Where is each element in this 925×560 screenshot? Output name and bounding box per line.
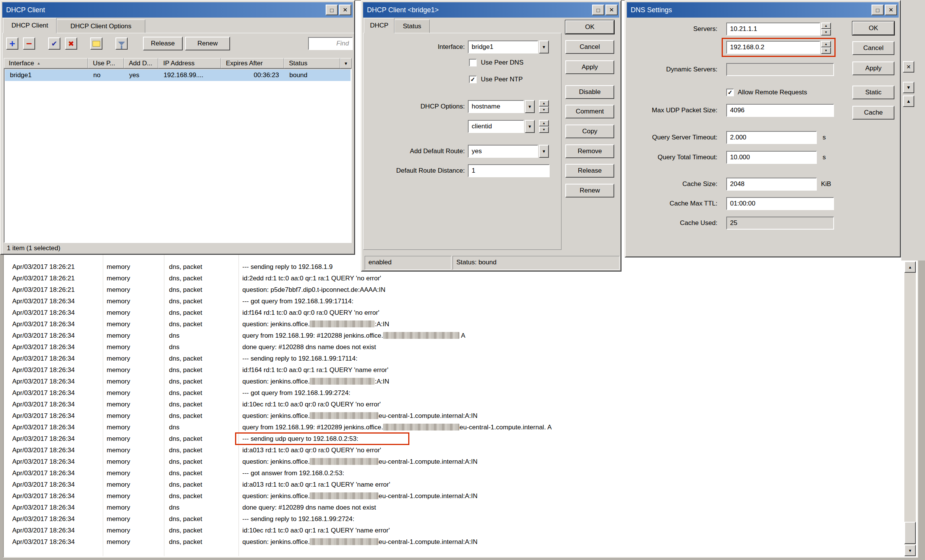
- tab-status[interactable]: Status: [394, 19, 430, 33]
- log-row[interactable]: Apr/03/2017 18:26:34memorydns, packet---…: [4, 513, 904, 525]
- column-header-expires-after[interactable]: Expires After: [221, 58, 284, 68]
- column-header-interface[interactable]: Interface ▲: [4, 58, 88, 68]
- spin-up-icon[interactable]: ▲: [539, 120, 549, 126]
- cache-size-input[interactable]: [726, 178, 817, 191]
- dns-server-1-stepper[interactable]: ▲ ▼: [821, 23, 831, 36]
- copy-button[interactable]: Copy: [565, 125, 614, 138]
- dns-server-1-input[interactable]: [726, 23, 820, 36]
- table-row[interactable]: bridge1 no yes 192.168.99.... 00:36:23 b…: [5, 70, 351, 81]
- spin-down-icon[interactable]: ▼: [539, 107, 549, 113]
- log-row[interactable]: Apr/03/2017 18:26:34memorydns, packetque…: [4, 490, 904, 502]
- scrollbar-thumb[interactable]: [904, 522, 916, 544]
- add-button[interactable]: +: [6, 37, 18, 50]
- log-row[interactable]: Apr/03/2017 18:26:34memorydnsdone query:…: [4, 342, 904, 353]
- log-row[interactable]: Apr/03/2017 18:26:34memorydnsquery from …: [4, 330, 904, 342]
- spin-down-icon[interactable]: ▼: [821, 29, 831, 36]
- comment-button[interactable]: [90, 37, 102, 50]
- column-header-status[interactable]: Status: [284, 58, 340, 68]
- log-row[interactable]: Apr/03/2017 18:26:34memorydns, packetid:…: [4, 307, 904, 319]
- maximize-icon[interactable]: □: [326, 5, 338, 15]
- maximize-icon[interactable]: □: [871, 5, 884, 15]
- log-row[interactable]: Apr/03/2017 18:26:34memorydns, packet---…: [4, 387, 904, 399]
- dhcp-option-2-combo[interactable]: [468, 120, 524, 133]
- interface-dropdown-button[interactable]: ▼: [539, 40, 549, 53]
- add-default-route-combo[interactable]: [468, 145, 538, 158]
- apply-button[interactable]: Apply: [565, 60, 614, 74]
- renew-button[interactable]: Renew: [565, 184, 614, 197]
- query-total-timeout-input[interactable]: [726, 151, 817, 164]
- dhcp-client-list[interactable]: bridge1 no yes 192.168.99.... 00:36:23 b…: [4, 68, 352, 243]
- hidden-window-close-icon[interactable]: ✕: [903, 61, 914, 73]
- log-row[interactable]: Apr/03/2017 18:26:34memorydnsdone query:…: [4, 502, 904, 513]
- log-row[interactable]: Apr/03/2017 18:26:34memorydns, packet---…: [4, 468, 904, 479]
- release-button[interactable]: Release: [143, 37, 183, 50]
- log-row[interactable]: Apr/03/2017 18:26:34memorydns, packet---…: [4, 433, 904, 445]
- renew-button[interactable]: Renew: [185, 37, 230, 50]
- hidden-window-scroll-up-icon[interactable]: ▲: [903, 95, 914, 107]
- log-row[interactable]: Apr/03/2017 18:26:34memorydnsquery from …: [4, 422, 904, 433]
- log-row[interactable]: Apr/03/2017 18:26:34memorydns, packetque…: [4, 376, 904, 387]
- query-server-timeout-input[interactable]: [726, 131, 817, 144]
- log-row[interactable]: Apr/03/2017 18:26:34memorydns, packetque…: [4, 536, 904, 548]
- log-row[interactable]: Apr/03/2017 18:26:21memorydns, packetid:…: [4, 273, 904, 284]
- log-row[interactable]: Apr/03/2017 18:26:34memorydns, packet---…: [4, 353, 904, 364]
- close-icon[interactable]: ✕: [885, 5, 897, 15]
- log-row[interactable]: Apr/03/2017 18:26:34memorydns, packetid:…: [4, 364, 904, 376]
- add-default-route-dropdown-button[interactable]: ▼: [539, 145, 549, 158]
- log-row[interactable]: Apr/03/2017 18:26:34memorydns, packetque…: [4, 410, 904, 422]
- log-row[interactable]: Apr/03/2017 18:26:34memorydns, packetid:…: [4, 445, 904, 456]
- log-row[interactable]: Apr/03/2017 18:26:34memorydns, packetid:…: [4, 525, 904, 536]
- dhcp-option-2-dropdown-button[interactable]: ▼: [525, 120, 535, 133]
- scroll-down-icon[interactable]: ▼: [904, 545, 916, 556]
- tab-dhcp-client-options[interactable]: DHCP Client Options: [57, 19, 145, 33]
- ok-button[interactable]: OK: [565, 20, 614, 34]
- static-button[interactable]: Static: [852, 86, 894, 99]
- tab-dhcp[interactable]: DHCP: [364, 18, 394, 33]
- ok-button[interactable]: OK: [852, 21, 894, 35]
- close-icon[interactable]: ✕: [339, 5, 351, 15]
- spin-up-icon[interactable]: ▲: [821, 23, 831, 29]
- column-header-add-default[interactable]: Add D...: [124, 58, 158, 68]
- log-row[interactable]: Apr/03/2017 18:26:34memorydns, packetid:…: [4, 479, 904, 490]
- cache-button[interactable]: Cache: [852, 106, 894, 120]
- interface-combo[interactable]: [468, 40, 538, 53]
- dhcp-option-2-stepper[interactable]: ▲ ▼: [539, 120, 549, 133]
- apply-button[interactable]: Apply: [852, 62, 894, 75]
- cancel-button[interactable]: Cancel: [565, 40, 614, 54]
- log-row[interactable]: Apr/03/2017 18:26:21memorydns, packetque…: [4, 284, 904, 296]
- cache-max-ttl-input[interactable]: [726, 197, 834, 210]
- find-input[interactable]: [308, 37, 353, 50]
- max-udp-input[interactable]: [726, 104, 834, 117]
- disable-button[interactable]: ✖: [65, 37, 77, 50]
- spin-down-icon[interactable]: ▼: [539, 126, 549, 133]
- filter-button[interactable]: [115, 37, 128, 50]
- spin-up-icon[interactable]: ▲: [539, 100, 549, 107]
- use-peer-dns-checkbox[interactable]: [469, 59, 477, 66]
- maximize-icon[interactable]: □: [592, 5, 604, 15]
- close-icon[interactable]: ✕: [605, 5, 618, 15]
- cancel-button[interactable]: Cancel: [852, 41, 894, 55]
- column-header-ip-address[interactable]: IP Address: [158, 58, 221, 68]
- comment-button[interactable]: Comment: [565, 105, 614, 118]
- log-row[interactable]: Apr/03/2017 18:26:34memorydns, packetque…: [4, 319, 904, 330]
- log-scrollbar[interactable]: ▲ ▼: [904, 261, 916, 556]
- hidden-window-scroll-down-icon[interactable]: ▼: [903, 82, 914, 93]
- scroll-up-icon[interactable]: ▲: [904, 261, 916, 273]
- dhcp-option-1-stepper[interactable]: ▲ ▼: [539, 100, 549, 113]
- tab-dhcp-client[interactable]: DHCP Client: [3, 18, 57, 33]
- remove-button[interactable]: −: [23, 37, 35, 50]
- allow-remote-requests-checkbox[interactable]: ✓: [726, 89, 734, 96]
- log-row[interactable]: Apr/03/2017 18:26:34memorydns, packetque…: [4, 456, 904, 468]
- dhcp-option-1-dropdown-button[interactable]: ▼: [525, 100, 535, 113]
- release-button[interactable]: Release: [565, 164, 614, 178]
- use-peer-ntp-checkbox[interactable]: ✓: [469, 76, 477, 83]
- column-header-use-peer[interactable]: Use P...: [88, 58, 124, 68]
- disable-button[interactable]: Disable: [565, 85, 614, 99]
- default-route-distance-input[interactable]: [468, 164, 550, 177]
- log-row[interactable]: Apr/03/2017 18:26:34memorydns, packetid:…: [4, 399, 904, 410]
- column-select-button[interactable]: ▼: [340, 58, 352, 68]
- dhcp-option-1-combo[interactable]: [468, 100, 524, 113]
- enable-button[interactable]: ✔: [48, 37, 60, 50]
- log-row[interactable]: Apr/03/2017 18:26:34memorydns, packet---…: [4, 296, 904, 307]
- remove-button[interactable]: Remove: [565, 144, 614, 158]
